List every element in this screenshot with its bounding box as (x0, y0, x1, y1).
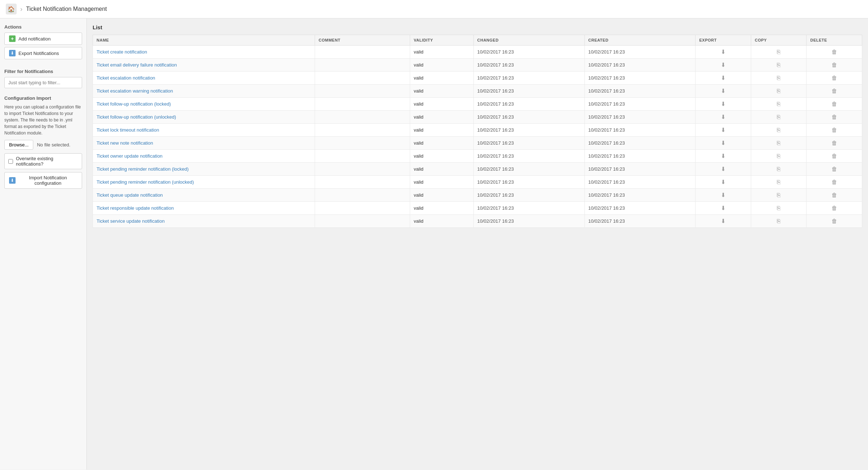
notification-link[interactable]: Ticket owner update notification (97, 153, 162, 159)
copy-row-icon[interactable]: ⎘ (755, 101, 803, 107)
export-notifications-button[interactable]: ⬇ Export Notifications (4, 47, 82, 59)
cell-delete: 🗑 (807, 176, 862, 189)
changed-datetime: 10/02/2017 16:23 (477, 88, 514, 94)
home-icon[interactable]: 🏠 (6, 4, 17, 14)
cell-changed: 10/02/2017 16:23 (473, 85, 584, 98)
table-row: Ticket service update notification valid… (93, 215, 862, 228)
notification-link[interactable]: Ticket responsible update notification (97, 205, 174, 211)
delete-row-icon[interactable]: 🗑 (810, 205, 858, 212)
notification-link[interactable]: Ticket escalation notification (97, 75, 155, 81)
overwrite-checkbox[interactable] (8, 159, 13, 164)
content-area: List NAME COMMENT VALIDITY CHANGED CREAT… (87, 18, 868, 470)
notification-link[interactable]: Ticket follow-up notification (unlocked) (97, 114, 176, 120)
notification-link[interactable]: Ticket create notification (97, 49, 147, 55)
copy-row-icon[interactable]: ⎘ (755, 127, 803, 133)
delete-row-icon[interactable]: 🗑 (810, 101, 858, 107)
filter-input[interactable] (4, 77, 82, 88)
import-icon: ⬇ (9, 177, 16, 184)
notification-link[interactable]: Ticket email delivery failure notificati… (97, 62, 177, 68)
copy-row-icon[interactable]: ⎘ (755, 62, 803, 68)
cell-comment (315, 98, 410, 111)
copy-row-icon[interactable]: ⎘ (755, 75, 803, 81)
notification-link[interactable]: Ticket escalation warning notification (97, 88, 173, 94)
cell-name: Ticket owner update notification (93, 150, 315, 163)
cell-validity: valid (410, 163, 473, 176)
delete-row-icon[interactable]: 🗑 (810, 153, 858, 159)
cell-copy: ⎘ (751, 111, 806, 124)
notification-link[interactable]: Ticket queue update notification (97, 192, 163, 198)
created-datetime: 10/02/2017 16:23 (588, 218, 625, 224)
export-row-icon[interactable]: ⬇ (699, 166, 747, 172)
cell-validity: valid (410, 137, 473, 150)
export-row-icon[interactable]: ⬇ (699, 140, 747, 146)
import-config-button[interactable]: ⬇ Import Notification configuration (4, 172, 82, 189)
delete-row-icon[interactable]: 🗑 (810, 218, 858, 225)
export-row-icon[interactable]: ⬇ (699, 48, 747, 55)
cell-comment (315, 59, 410, 72)
cell-export: ⬇ (695, 176, 751, 189)
cell-validity: valid (410, 85, 473, 98)
delete-row-icon[interactable]: 🗑 (810, 192, 858, 198)
notification-link[interactable]: Ticket service update notification (97, 218, 165, 224)
copy-row-icon[interactable]: ⎘ (755, 205, 803, 212)
table-row: Ticket follow-up notification (locked) v… (93, 98, 862, 111)
export-row-icon[interactable]: ⬇ (699, 87, 747, 94)
add-notification-button[interactable]: + Add notification (4, 33, 82, 45)
notification-link[interactable]: Ticket pending reminder notification (lo… (97, 166, 189, 172)
copy-row-icon[interactable]: ⎘ (755, 179, 803, 185)
export-row-icon[interactable]: ⬇ (699, 74, 747, 81)
table-header-row: NAME COMMENT VALIDITY CHANGED CREATED EX… (93, 35, 862, 46)
delete-row-icon[interactable]: 🗑 (810, 179, 858, 185)
config-import-section: Configuration Import Here you can upload… (4, 95, 82, 191)
export-row-icon[interactable]: ⬇ (699, 205, 747, 212)
changed-datetime: 10/02/2017 16:23 (477, 218, 514, 224)
copy-row-icon[interactable]: ⎘ (755, 114, 803, 120)
export-row-icon[interactable]: ⬇ (699, 192, 747, 198)
changed-datetime: 10/02/2017 16:23 (477, 62, 514, 68)
cell-copy: ⎘ (751, 189, 806, 202)
copy-row-icon[interactable]: ⎘ (755, 88, 803, 94)
cell-validity: valid (410, 176, 473, 189)
cell-created: 10/02/2017 16:23 (584, 150, 695, 163)
export-row-icon[interactable]: ⬇ (699, 114, 747, 120)
export-row-icon[interactable]: ⬇ (699, 101, 747, 107)
validity-badge: valid (414, 49, 424, 55)
notification-link[interactable]: Ticket lock timeout notification (97, 127, 159, 133)
copy-row-icon[interactable]: ⎘ (755, 153, 803, 159)
cell-changed: 10/02/2017 16:23 (473, 59, 584, 72)
copy-row-icon[interactable]: ⎘ (755, 166, 803, 172)
cell-changed: 10/02/2017 16:23 (473, 124, 584, 137)
no-file-label: No file selected. (37, 142, 71, 148)
cell-name: Ticket escalation notification (93, 72, 315, 85)
export-row-icon[interactable]: ⬇ (699, 153, 747, 159)
copy-row-icon[interactable]: ⎘ (755, 218, 803, 225)
export-row-icon[interactable]: ⬇ (699, 179, 747, 185)
copy-row-icon[interactable]: ⎘ (755, 49, 803, 55)
notification-link[interactable]: Ticket pending reminder notification (un… (97, 179, 194, 185)
overwrite-label[interactable]: Overwrite existing notifications? (16, 156, 78, 167)
delete-row-icon[interactable]: 🗑 (810, 140, 858, 146)
delete-row-icon[interactable]: 🗑 (810, 49, 858, 55)
cell-export: ⬇ (695, 98, 751, 111)
table-row: Ticket responsible update notification v… (93, 202, 862, 215)
validity-badge: valid (414, 62, 424, 68)
export-row-icon[interactable]: ⬇ (699, 218, 747, 225)
notification-link[interactable]: Ticket new note notification (97, 140, 153, 146)
delete-row-icon[interactable]: 🗑 (810, 166, 858, 172)
export-row-icon[interactable]: ⬇ (699, 61, 747, 68)
notification-link[interactable]: Ticket follow-up notification (locked) (97, 101, 171, 107)
col-header-validity: VALIDITY (410, 35, 473, 46)
created-datetime: 10/02/2017 16:23 (588, 127, 625, 133)
delete-row-icon[interactable]: 🗑 (810, 88, 858, 94)
delete-row-icon[interactable]: 🗑 (810, 127, 858, 133)
delete-row-icon[interactable]: 🗑 (810, 62, 858, 68)
delete-row-icon[interactable]: 🗑 (810, 75, 858, 81)
copy-row-icon[interactable]: ⎘ (755, 192, 803, 198)
delete-row-icon[interactable]: 🗑 (810, 114, 858, 120)
created-datetime: 10/02/2017 16:23 (588, 49, 625, 55)
browse-button[interactable]: Browse... (4, 140, 33, 150)
export-row-icon[interactable]: ⬇ (699, 127, 747, 133)
cell-created: 10/02/2017 16:23 (584, 85, 695, 98)
copy-row-icon[interactable]: ⎘ (755, 140, 803, 146)
cell-delete: 🗑 (807, 202, 862, 215)
